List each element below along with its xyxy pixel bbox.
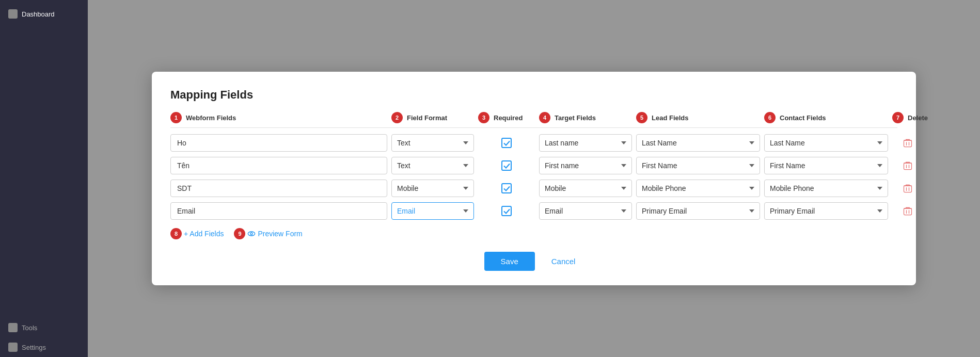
contact-field-select-1[interactable]: Last Name First Name Mobile Phone Primar… xyxy=(764,157,888,174)
col-webform-fields: 1 Webform Fields xyxy=(170,112,387,123)
step-badge-9: 9 xyxy=(234,228,245,239)
webform-field-input-1[interactable] xyxy=(170,157,387,174)
step-badge-5: 5 xyxy=(636,112,647,123)
col-required: 3 Required xyxy=(478,112,535,123)
table-row: Text Email Mobile Last name First n xyxy=(170,157,897,174)
mapping-fields-modal: Mapping Fields 1 Webform Fields 2 Field … xyxy=(152,72,916,285)
preview-form-badge-row: 9 Preview Form xyxy=(234,228,302,239)
delete-button-0[interactable] xyxy=(892,136,923,150)
modal-title: Mapping Fields xyxy=(170,88,897,102)
step-badge-8: 8 xyxy=(170,228,182,239)
step-badge-4: 4 xyxy=(539,112,550,123)
add-fields-badge-row: 8 + Add Fields xyxy=(170,228,224,239)
required-checkbox-2[interactable] xyxy=(478,183,535,193)
main-content: Mapping Fields 1 Webform Fields 2 Field … xyxy=(88,0,980,357)
delete-button-1[interactable] xyxy=(892,158,923,173)
webform-field-input-3[interactable] xyxy=(170,202,387,220)
eye-icon xyxy=(247,230,256,238)
step-badge-7: 7 xyxy=(892,112,904,123)
dashboard-icon xyxy=(8,9,18,19)
col-delete: 7 Delete xyxy=(892,112,923,123)
svg-point-17 xyxy=(250,233,252,235)
required-checkbox-3[interactable] xyxy=(478,206,535,216)
svg-point-16 xyxy=(248,232,255,236)
preview-form-button[interactable]: Preview Form xyxy=(247,230,302,238)
delete-button-3[interactable] xyxy=(892,204,923,218)
contact-field-select-2[interactable]: Last Name First Name Mobile Phone Primar… xyxy=(764,180,888,197)
webform-field-input-2[interactable] xyxy=(170,180,387,197)
sidebar-item-tools[interactable]: Tools xyxy=(0,318,88,337)
lead-field-select-3[interactable]: Last Name First Name Mobile Phone Primar… xyxy=(636,202,760,220)
contact-field-select-3[interactable]: Last Name First Name Mobile Phone Primar… xyxy=(764,202,888,220)
step-badge-3: 3 xyxy=(478,112,489,123)
lead-field-select-1[interactable]: Last Name First Name Mobile Phone Primar… xyxy=(636,157,760,174)
modal-footer: Save Cancel xyxy=(170,252,897,271)
cancel-button[interactable]: Cancel xyxy=(543,252,584,271)
sidebar-item-dashboard[interactable]: Dashboard xyxy=(0,4,88,24)
svg-rect-12 xyxy=(904,208,912,215)
svg-rect-8 xyxy=(904,186,912,192)
field-format-select-2[interactable]: Text Email Mobile xyxy=(391,180,474,197)
target-field-select-2[interactable]: Last name First name Mobile Email xyxy=(539,180,632,197)
table-row: Text Email Mobile Last name First n xyxy=(170,202,897,220)
column-headers: 1 Webform Fields 2 Field Format 3 Requir… xyxy=(170,112,897,128)
svg-rect-4 xyxy=(904,163,912,170)
col-lead-fields: 5 Lead Fields xyxy=(636,112,760,123)
required-checkbox-1[interactable] xyxy=(478,160,535,171)
settings-icon xyxy=(8,343,18,352)
table-row: Text Email Mobile Last name First n xyxy=(170,180,897,197)
contact-field-select-0[interactable]: Last Name First Name Mobile Phone Primar… xyxy=(764,134,888,152)
modal-overlay: Mapping Fields 1 Webform Fields 2 Field … xyxy=(88,0,980,357)
field-format-select-1[interactable]: Text Email Mobile xyxy=(391,157,474,174)
target-field-select-3[interactable]: Last name First name Mobile Email xyxy=(539,202,632,220)
col-field-format: 2 Field Format xyxy=(391,112,474,123)
field-rows-container: Text Email Mobile Last name First n xyxy=(170,134,897,220)
required-checkbox-0[interactable] xyxy=(478,138,535,148)
tools-icon xyxy=(8,323,18,332)
field-format-select-0[interactable]: Text Email Mobile xyxy=(391,134,474,152)
table-row: Text Email Mobile Last name First n xyxy=(170,134,897,152)
target-field-select-1[interactable]: Last name First name Mobile Email xyxy=(539,157,632,174)
sidebar: Dashboard Tools Settings xyxy=(0,0,88,357)
sidebar-item-settings[interactable]: Settings xyxy=(0,337,88,357)
col-target-fields: 4 Target Fields xyxy=(539,112,632,123)
step-badge-2: 2 xyxy=(391,112,403,123)
step-badge-1: 1 xyxy=(170,112,182,123)
add-fields-button[interactable]: + Add Fields xyxy=(184,230,224,238)
step-badge-6: 6 xyxy=(764,112,776,123)
webform-field-input-0[interactable] xyxy=(170,134,387,152)
save-button[interactable]: Save xyxy=(484,252,535,271)
target-field-select-0[interactable]: Last name First name Mobile Email xyxy=(539,134,632,152)
svg-rect-0 xyxy=(904,140,912,147)
lead-field-select-0[interactable]: Last Name First Name Mobile Phone Primar… xyxy=(636,134,760,152)
lead-field-select-2[interactable]: Last Name First Name Mobile Phone Primar… xyxy=(636,180,760,197)
col-contact-fields: 6 Contact Fields xyxy=(764,112,888,123)
bottom-actions: 8 + Add Fields 9 Preview Form xyxy=(170,228,897,239)
delete-button-2[interactable] xyxy=(892,181,923,196)
field-format-select-3[interactable]: Text Email Mobile xyxy=(391,202,474,220)
